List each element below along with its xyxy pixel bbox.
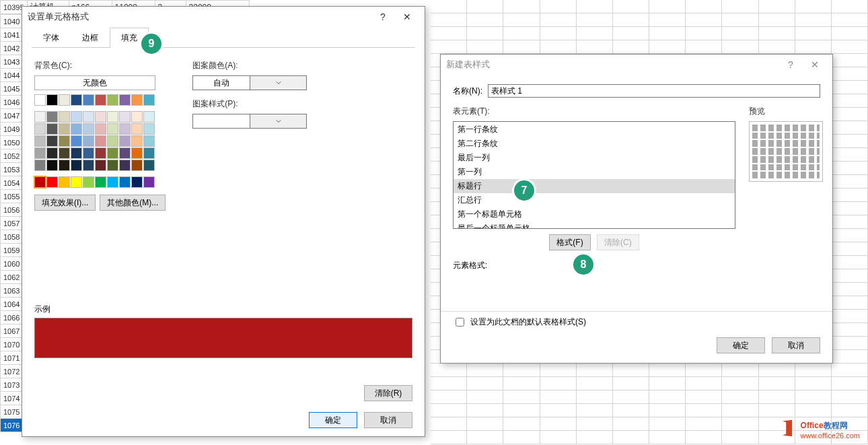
- color-swatch[interactable]: [46, 160, 58, 171]
- list-item[interactable]: 标题行: [454, 179, 735, 193]
- color-swatch[interactable]: [131, 94, 143, 106]
- color-swatch[interactable]: [143, 147, 155, 159]
- color-swatch[interactable]: [119, 123, 131, 135]
- color-swatch[interactable]: [34, 123, 46, 135]
- color-swatch[interactable]: [59, 160, 70, 171]
- color-swatch[interactable]: [143, 123, 155, 135]
- clear-button[interactable]: 清除(R): [364, 385, 412, 401]
- color-swatch[interactable]: [107, 111, 118, 123]
- color-swatch[interactable]: [83, 111, 94, 123]
- row-header[interactable]: 1055: [1, 190, 23, 203]
- row-header[interactable]: 1059: [1, 244, 23, 257]
- row-header[interactable]: 1074: [1, 392, 23, 405]
- color-swatch[interactable]: [34, 147, 46, 159]
- color-swatch[interactable]: [59, 123, 70, 135]
- color-swatch[interactable]: [46, 176, 58, 188]
- row-header[interactable]: 1071: [1, 351, 23, 365]
- color-swatch[interactable]: [83, 123, 94, 135]
- list-item[interactable]: 第一行条纹: [454, 123, 735, 137]
- color-swatch[interactable]: [107, 135, 118, 147]
- pattern-style-combo[interactable]: [192, 114, 307, 129]
- color-swatch[interactable]: [34, 94, 46, 106]
- row-header[interactable]: 1046: [1, 96, 23, 109]
- color-swatch[interactable]: [71, 176, 82, 188]
- color-swatch[interactable]: [143, 111, 155, 123]
- color-swatch[interactable]: [107, 123, 118, 135]
- format-button[interactable]: 格式(F): [549, 234, 590, 250]
- color-swatch[interactable]: [119, 135, 131, 147]
- color-swatch[interactable]: [119, 176, 131, 188]
- row-header[interactable]: 1049: [1, 123, 23, 136]
- row-header[interactable]: 1047: [1, 109, 23, 123]
- row-header[interactable]: 1058: [1, 230, 23, 244]
- color-swatch[interactable]: [107, 160, 118, 171]
- row-header[interactable]: 1076: [1, 419, 23, 432]
- color-swatch[interactable]: [34, 160, 46, 171]
- row-header[interactable]: 1050: [1, 136, 23, 149]
- color-swatch[interactable]: [59, 94, 70, 106]
- row-header[interactable]: 1056: [1, 203, 23, 217]
- more-colors-button[interactable]: 其他颜色(M)...: [100, 195, 166, 211]
- row-header[interactable]: 1053: [1, 163, 23, 176]
- row-header[interactable]: 1060: [1, 257, 23, 271]
- row-header[interactable]: 1070: [1, 338, 23, 351]
- tab-font[interactable]: 字体: [32, 28, 71, 48]
- row-header[interactable]: 1066: [1, 311, 23, 324]
- row-header[interactable]: 1043: [1, 55, 23, 69]
- color-swatch[interactable]: [131, 176, 143, 188]
- row-header[interactable]: 1052: [1, 149, 23, 163]
- color-swatch[interactable]: [119, 111, 131, 123]
- color-swatch[interactable]: [34, 111, 46, 123]
- help-button[interactable]: ?: [371, 11, 395, 22]
- row-header[interactable]: 1057: [1, 217, 23, 230]
- no-color-button[interactable]: 无颜色: [34, 75, 155, 90]
- color-swatch[interactable]: [34, 135, 46, 147]
- ok-button[interactable]: 确定: [717, 337, 765, 353]
- color-swatch[interactable]: [95, 123, 106, 135]
- color-swatch[interactable]: [46, 111, 58, 123]
- color-swatch[interactable]: [95, 94, 106, 106]
- color-swatch[interactable]: [59, 176, 70, 188]
- color-swatch[interactable]: [71, 94, 82, 106]
- color-swatch[interactable]: [71, 135, 82, 147]
- color-swatch[interactable]: [95, 176, 106, 188]
- color-swatch[interactable]: [46, 135, 58, 147]
- row-header[interactable]: 1072: [1, 365, 23, 378]
- close-button[interactable]: ✕: [395, 11, 419, 22]
- color-swatch[interactable]: [143, 94, 155, 106]
- color-swatch[interactable]: [95, 111, 106, 123]
- row-header[interactable]: 1040: [1, 15, 23, 28]
- default-style-checkbox[interactable]: [456, 318, 464, 327]
- color-swatch[interactable]: [107, 94, 118, 106]
- row-header[interactable]: 1062: [1, 271, 23, 284]
- color-swatch[interactable]: [95, 160, 106, 171]
- help-button[interactable]: ?: [779, 59, 803, 70]
- color-swatch[interactable]: [143, 135, 155, 147]
- color-swatch[interactable]: [83, 94, 94, 106]
- list-item[interactable]: 第一列: [454, 165, 735, 179]
- color-swatch[interactable]: [71, 123, 82, 135]
- row-header[interactable]: 1073: [1, 378, 23, 392]
- color-swatch[interactable]: [95, 135, 106, 147]
- row-header[interactable]: 1041: [1, 28, 23, 42]
- close-button[interactable]: ✕: [803, 59, 827, 70]
- color-swatch[interactable]: [131, 123, 143, 135]
- color-swatch[interactable]: [59, 111, 70, 123]
- color-swatch[interactable]: [83, 147, 94, 159]
- fill-effects-button[interactable]: 填充效果(I)...: [34, 195, 96, 211]
- color-swatch[interactable]: [83, 135, 94, 147]
- list-item[interactable]: 汇总行: [454, 193, 735, 207]
- color-swatch[interactable]: [71, 147, 82, 159]
- row-header[interactable]: 1045: [1, 82, 23, 96]
- table-elements-listbox[interactable]: 第二列条纹第一行条纹第二行条纹最后一列第一列标题行汇总行第一个标题单元格最后一个…: [453, 121, 735, 229]
- list-item[interactable]: 第一个标题单元格: [454, 207, 735, 221]
- list-item[interactable]: 第二行条纹: [454, 137, 735, 151]
- color-swatch[interactable]: [46, 94, 58, 106]
- color-swatch[interactable]: [83, 176, 94, 188]
- color-swatch[interactable]: [95, 147, 106, 159]
- tab-border[interactable]: 边框: [71, 28, 110, 48]
- ok-button[interactable]: 确定: [309, 412, 357, 428]
- color-swatch[interactable]: [46, 123, 58, 135]
- style-name-input[interactable]: [488, 84, 820, 98]
- color-swatch[interactable]: [71, 111, 82, 123]
